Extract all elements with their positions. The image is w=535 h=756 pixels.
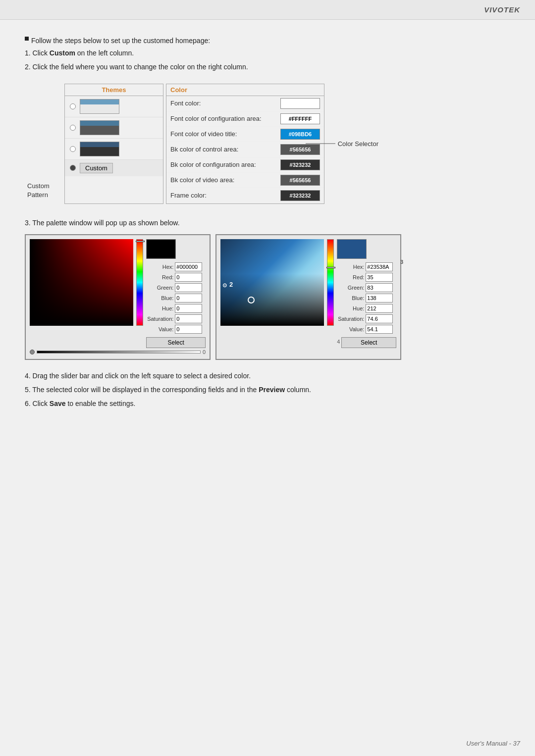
field-row-red-1: Red: 0 [146, 273, 206, 282]
color-row-frame: Frame color: #323232 [166, 188, 324, 203]
color-selector-label: Color Selector [306, 140, 378, 148]
color-picker-cursor-2 [248, 297, 255, 303]
hue-slider-2[interactable] [327, 239, 334, 326]
theme-color-panel: CustomPattern Themes [64, 84, 510, 204]
annotation-4: 4 [337, 339, 340, 345]
field-row-hex-2: Hex: #23538A [337, 262, 396, 271]
hue-slider-1[interactable] [136, 239, 143, 326]
field-row-blue-2: Blue: 138 [337, 294, 396, 302]
instruction-step3: 3. The palette window will pop up as sho… [25, 219, 510, 227]
theme-preview-bottom-3 [80, 147, 119, 156]
theme-preview-top-3 [80, 142, 119, 147]
color-label-font-config: Font color of configuration area: [170, 115, 276, 122]
step4: 4. Drag the slider bar and click on the … [25, 370, 510, 382]
annotation-num-1: 0 [203, 349, 206, 355]
field-input-red-1[interactable]: 0 [175, 273, 202, 282]
select-button-1[interactable]: Select [146, 337, 206, 348]
field-row-val-1: Value: 0 [146, 325, 206, 334]
bullet-item: Follow the steps below to set up the cus… [25, 35, 510, 47]
color-swatch-font-video[interactable]: #098BD6 [280, 129, 320, 140]
palette-preview-2 [337, 239, 367, 259]
field-input-hex-1[interactable]: #000000 [175, 262, 202, 271]
field-label-green-2: Green: [337, 285, 364, 291]
brand-name: VIVOTEK [484, 5, 520, 14]
color-picker-area-1[interactable] [30, 239, 133, 326]
field-row-hue-1: Hue: 0 [146, 304, 206, 313]
field-input-green-1[interactable]: 0 [175, 283, 202, 292]
palette-preview-1 [146, 239, 176, 259]
color-label-bk-control: Bk color of control area: [170, 146, 276, 153]
field-input-blue-2[interactable]: 138 [366, 294, 393, 302]
field-label-red-1: Red: [146, 274, 173, 280]
theme-item-1[interactable] [65, 96, 163, 117]
color-box: Color Font color: Font color of configur… [166, 84, 324, 204]
field-label-blue-1: Blue: [146, 295, 173, 301]
color-label-font: Font color: [170, 100, 276, 107]
field-input-green-2[interactable]: 83 [366, 283, 393, 292]
field-label-sat-2: Saturation: [337, 316, 364, 322]
color-swatch-bk-config[interactable]: #323232 [280, 159, 320, 170]
color-swatch-frame[interactable]: #323232 [280, 190, 320, 201]
main-content: Follow the steps below to set up the cus… [0, 20, 535, 426]
color-swatch-font[interactable] [280, 98, 320, 109]
step6: 6. Click Save to enable the settings. [25, 398, 510, 410]
color-row-bk-control: Bk color of control area: #565656 [166, 142, 324, 157]
theme-preview-top-1 [80, 100, 119, 104]
palette-window-1: Hex: #000000 Red: 0 Green: 0 Blue: [25, 234, 211, 360]
custom-item[interactable]: Custom [65, 160, 163, 176]
field-input-val-2[interactable]: 54.1 [366, 325, 393, 334]
radio-theme2[interactable] [70, 125, 76, 131]
field-label-red-2: Red: [337, 274, 364, 280]
picker-gradient-overlay-2 [220, 239, 324, 326]
theme-item-2[interactable] [65, 117, 163, 139]
field-input-hue-1[interactable]: 0 [175, 304, 202, 313]
field-label-hue-2: Hue: [337, 305, 364, 311]
palette-fields-1: Hex: #000000 Red: 0 Green: 0 Blue: [146, 239, 206, 348]
theme-preview-top-2 [80, 121, 119, 126]
color-selector-text: Color Selector [338, 140, 378, 148]
color-row-font-video: Font color of video title: #098BD6 [166, 127, 324, 142]
field-input-hex-2[interactable]: #23538A [366, 262, 393, 271]
themes-title: Themes [65, 84, 163, 96]
instructions-top: Follow the steps below to set up the cus… [25, 35, 510, 74]
radio-custom[interactable] [70, 165, 76, 171]
field-label-blue-2: Blue: [337, 295, 364, 301]
palette-inner-1: Hex: #000000 Red: 0 Green: 0 Blue: [30, 239, 206, 348]
radio-theme1[interactable] [70, 103, 76, 109]
color-swatch-font-config[interactable]: #FFFFFF [280, 113, 320, 124]
color-label-bk-video: Bk color of video area: [170, 176, 276, 184]
footer: User's Manual - 37 [466, 740, 520, 747]
header: VIVOTEK [0, 0, 535, 20]
field-input-blue-1[interactable]: 0 [175, 294, 202, 302]
field-input-hue-2[interactable]: 212 [366, 304, 393, 313]
field-input-val-1[interactable]: 0 [175, 325, 202, 334]
color-picker-area-2[interactable]: ⊙ 2 1 [220, 239, 324, 326]
custom-button[interactable]: Custom [80, 163, 113, 173]
field-input-sat-2[interactable]: 74.6 [366, 314, 393, 323]
instruction-step1: 1. Click Custom on the left column. [25, 47, 510, 59]
theme-preview-bottom-2 [80, 126, 119, 135]
theme-preview-3 [80, 142, 119, 156]
annotation-left-2: ⊙ [222, 282, 227, 289]
theme-item-3[interactable] [65, 139, 163, 160]
color-row-bk-video: Bk color of video area: #565656 [166, 173, 324, 188]
field-input-sat-1[interactable]: 0 [175, 314, 202, 323]
color-title: Color [166, 84, 324, 96]
footer-text: User's Manual - 37 [466, 740, 520, 747]
field-label-hex-2: Hex: [337, 264, 364, 270]
value-slider-1[interactable] [37, 351, 201, 353]
field-label-hex-1: Hex: [146, 264, 173, 270]
palette-inner-2: ⊙ 2 1 Hex: [220, 239, 396, 348]
color-swatch-bk-video[interactable]: #565656 [280, 175, 320, 186]
field-input-red-2[interactable]: 35 [366, 273, 393, 282]
themes-box: Themes [64, 84, 163, 204]
select-button-2[interactable]: Select [341, 337, 396, 348]
theme-preview-2 [80, 120, 119, 135]
palette-windows: Hex: #000000 Red: 0 Green: 0 Blue: [25, 234, 510, 360]
radio-theme3[interactable] [70, 146, 76, 152]
custom-pattern-label: CustomPattern [27, 182, 50, 200]
field-label-green-1: Green: [146, 285, 173, 291]
color-row-font-config: Font color of configuration area: #FFFFF… [166, 111, 324, 127]
color-label-bk-config: Bk color of configuration area: [170, 161, 276, 168]
theme-preview-bottom-1 [80, 104, 119, 113]
